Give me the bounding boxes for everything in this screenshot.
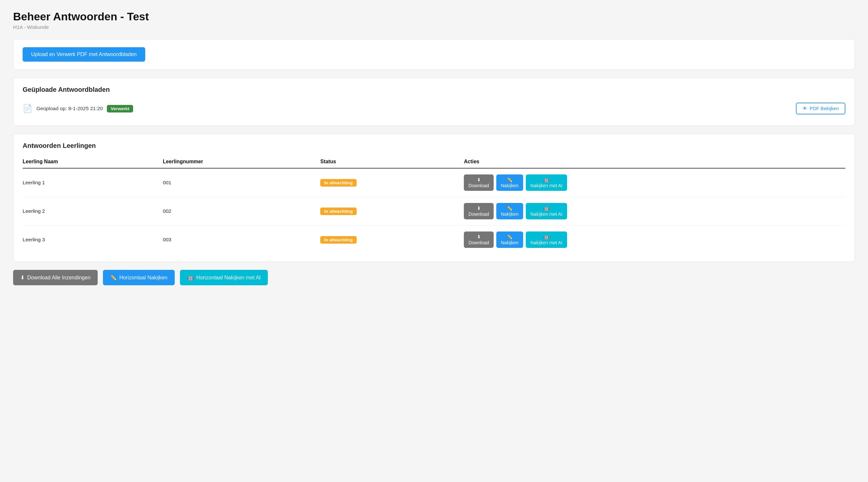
nakijken-button-2[interactable]: ✏️ Nakijken <box>496 232 523 248</box>
nakijken-label-2: Nakijken <box>501 240 519 245</box>
ai-button-2[interactable]: 🤖 Nakijken met AI <box>526 232 567 248</box>
student-status: In afwachting <box>320 168 464 197</box>
download-icon-2: ⬇ <box>477 234 481 239</box>
status-badge-afwachting: In afwachting <box>320 236 356 244</box>
col-header-actions: Acties <box>464 155 845 168</box>
pdf-bekijken-button[interactable]: 👁 PDF Bekijken <box>796 102 845 115</box>
nakijken-label-1: Nakijken <box>501 211 519 217</box>
upload-date: Geüpload op: 8-1-2025 21:20 <box>36 106 103 112</box>
download-icon-1: ⬇ <box>477 206 481 211</box>
horizontaal-nakijken-label: Horizontaal Nakijken <box>119 275 167 281</box>
eye-icon: 👁 <box>802 106 807 111</box>
nakijken-label-0: Nakijken <box>501 183 519 188</box>
robot-icon-1: 🤖 <box>544 206 549 211</box>
download-all-icon: ⬇ <box>20 274 25 281</box>
upload-row: 📄 Geüpload op: 8-1-2025 21:20 Verwerkt 👁… <box>23 99 845 118</box>
robot-bottom-icon: 🤖 <box>187 274 194 281</box>
table-row: Leerling 1 001 In afwachting ⬇ Download … <box>23 168 845 197</box>
uploaded-sheets-card: Geüploade Antwoordbladen 📄 Geüpload op: … <box>13 78 855 126</box>
status-badge-afwachting: In afwachting <box>320 179 356 187</box>
actions-group: ⬇ Download ✏️ Nakijken 🤖 Nakijken met AI <box>464 232 841 248</box>
students-table: Leerling Naam Leerlingnummer Status Acti… <box>23 155 845 254</box>
pencil-icon-1: ✏️ <box>507 206 513 211</box>
student-number: 001 <box>163 168 320 197</box>
download-all-label: Download Alle Inzendingen <box>27 275 90 281</box>
download-label-2: Download <box>468 240 489 245</box>
status-badge-verwerkt: Verwerkt <box>107 105 133 113</box>
student-name: Leerling 1 <box>23 168 163 197</box>
download-all-button[interactable]: ⬇ Download Alle Inzendingen <box>13 270 98 285</box>
nakijken-button-0[interactable]: ✏️ Nakijken <box>496 175 523 191</box>
student-status: In afwachting <box>320 197 464 225</box>
pencil-bottom-icon: ✏️ <box>110 274 117 281</box>
bottom-bar: ⬇ Download Alle Inzendingen ✏️ Horizonta… <box>13 270 855 285</box>
table-row: Leerling 3 003 In afwachting ⬇ Download … <box>23 225 845 254</box>
ai-label-1: Nakijken met AI <box>530 211 562 217</box>
upload-info: 📄 Geüpload op: 8-1-2025 21:20 Verwerkt <box>23 104 133 113</box>
students-card: Antwoorden Leerlingen Leerling Naam Leer… <box>13 134 855 262</box>
page-title: Beheer Antwoorden - Test <box>13 10 855 23</box>
actions-cell: ⬇ Download ✏️ Nakijken 🤖 Nakijken met AI <box>464 168 845 197</box>
ai-button-1[interactable]: 🤖 Nakijken met AI <box>526 203 567 219</box>
pdf-icon: 📄 <box>23 104 32 113</box>
actions-cell: ⬇ Download ✏️ Nakijken 🤖 Nakijken met AI <box>464 197 845 225</box>
robot-icon-0: 🤖 <box>544 177 549 182</box>
horizontaal-nakijken-button[interactable]: ✏️ Horizontaal Nakijken <box>103 270 175 285</box>
actions-group: ⬇ Download ✏️ Nakijken 🤖 Nakijken met AI <box>464 175 841 191</box>
pencil-icon-2: ✏️ <box>507 234 513 239</box>
nakijken-button-1[interactable]: ✏️ Nakijken <box>496 203 523 219</box>
student-name: Leerling 3 <box>23 225 163 254</box>
col-header-number: Leerlingnummer <box>163 155 320 168</box>
col-header-status: Status <box>320 155 464 168</box>
horizontaal-ai-button[interactable]: 🤖 Horizontaal Nakijken met AI <box>180 270 268 285</box>
student-name: Leerling 2 <box>23 197 163 225</box>
table-header-row: Leerling Naam Leerlingnummer Status Acti… <box>23 155 845 168</box>
table-row: Leerling 2 002 In afwachting ⬇ Download … <box>23 197 845 225</box>
download-label-0: Download <box>468 183 489 188</box>
status-badge-afwachting: In afwachting <box>320 208 356 215</box>
upload-card: Upload en Verwerk PDF met Antwoordbladen <box>13 39 855 70</box>
ai-button-0[interactable]: 🤖 Nakijken met AI <box>526 175 567 191</box>
ai-label-0: Nakijken met AI <box>530 183 562 188</box>
student-number: 002 <box>163 197 320 225</box>
page-subtitle: H1A - Wiskunde <box>13 24 855 30</box>
pencil-icon-0: ✏️ <box>507 177 513 182</box>
download-button-0[interactable]: ⬇ Download <box>464 175 494 191</box>
col-header-name: Leerling Naam <box>23 155 163 168</box>
actions-group: ⬇ Download ✏️ Nakijken 🤖 Nakijken met AI <box>464 203 841 219</box>
horizontaal-ai-label: Horizontaal Nakijken met AI <box>196 275 261 281</box>
ai-label-2: Nakijken met AI <box>530 240 562 245</box>
uploaded-sheets-title: Geüploade Antwoordbladen <box>23 86 845 93</box>
pdf-bekijken-label: PDF Bekijken <box>810 106 839 111</box>
download-button-1[interactable]: ⬇ Download <box>464 203 494 219</box>
actions-cell: ⬇ Download ✏️ Nakijken 🤖 Nakijken met AI <box>464 225 845 254</box>
student-number: 003 <box>163 225 320 254</box>
download-icon-0: ⬇ <box>477 177 481 182</box>
student-status: In afwachting <box>320 225 464 254</box>
upload-button[interactable]: Upload en Verwerk PDF met Antwoordbladen <box>23 47 145 62</box>
students-section-title: Antwoorden Leerlingen <box>23 142 845 150</box>
robot-icon-2: 🤖 <box>544 234 549 239</box>
download-button-2[interactable]: ⬇ Download <box>464 232 494 248</box>
download-label-1: Download <box>468 211 489 217</box>
